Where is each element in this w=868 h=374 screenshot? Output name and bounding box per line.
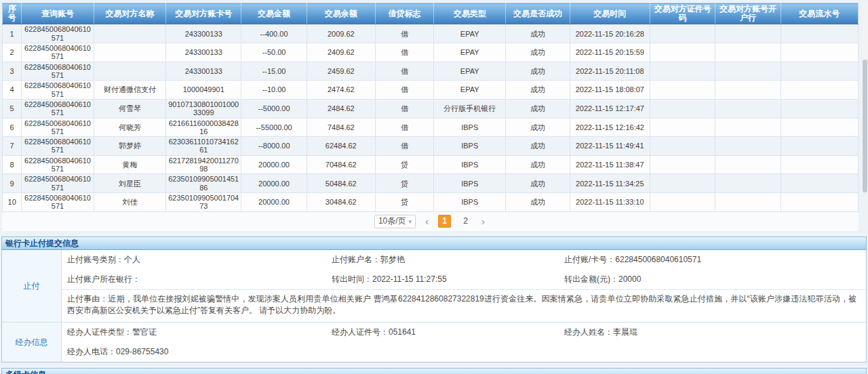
col-header-debit-credit: 借贷标志 bbox=[375, 3, 433, 24]
cell: 6228450068040610571 bbox=[22, 24, 94, 43]
cell bbox=[781, 193, 859, 212]
operator-block: 经办信息 经办人证件类型：警官证 经办人证件号：051641 经办人姓名：李晨琨… bbox=[2, 322, 866, 362]
section-title-stop-payment: 银行卡止付提交信息 bbox=[1, 236, 867, 250]
cell bbox=[715, 155, 781, 174]
cell bbox=[650, 155, 715, 174]
cell: 6230361101073416261 bbox=[166, 137, 241, 156]
page-button-2[interactable]: 2 bbox=[459, 215, 472, 228]
col-header-time: 交易时间 bbox=[570, 3, 650, 24]
cell: --400.00 bbox=[241, 24, 307, 43]
cell: --50.00 bbox=[241, 43, 307, 62]
field-account-bank: 止付账户所在银行： bbox=[67, 274, 332, 285]
cell: 2022-11-15 12:16:42 bbox=[570, 118, 650, 137]
cell bbox=[781, 137, 859, 156]
cell: 1000049901 bbox=[166, 81, 241, 100]
col-header-amount: 交易金额 bbox=[241, 3, 307, 24]
cell: 6228450068040610571 bbox=[22, 43, 94, 62]
cell bbox=[94, 43, 165, 62]
cell: 3 bbox=[3, 62, 22, 81]
field-operator-id-number: 经办人证件号：051641 bbox=[332, 327, 564, 338]
page-size-select[interactable]: 10条/页 ▾ bbox=[374, 215, 416, 228]
cell: 成功 bbox=[506, 43, 570, 62]
section-title-multi-card: 多级卡信息 bbox=[1, 368, 867, 374]
cell: 借 bbox=[375, 137, 433, 156]
field-transfer-time: 转出时间：2022-11-15 11:27:55 bbox=[332, 274, 564, 285]
transactions-body: 16228450068040610571 243300133 --400.002… bbox=[3, 24, 859, 211]
cell: IBPS bbox=[434, 137, 506, 156]
col-header-counterparty-bank: 交易对方账号开户行 bbox=[715, 3, 781, 24]
cell: 8 bbox=[3, 155, 22, 174]
cell: 70484.62 bbox=[307, 155, 375, 174]
col-header-seq: 序号 bbox=[3, 3, 22, 24]
cell bbox=[650, 24, 715, 43]
prev-page-button[interactable]: ‹ bbox=[424, 215, 430, 227]
field-card-number: 止付账/卡号：6228450068040610571 bbox=[564, 254, 866, 266]
cell: 7 bbox=[3, 137, 22, 156]
cell: 6228450068040610571 bbox=[22, 174, 94, 193]
cell: 6228450068040610571 bbox=[22, 99, 94, 118]
field-account-type: 止付账号类别：个人 bbox=[67, 254, 332, 266]
cell bbox=[781, 24, 859, 43]
cell: 2022-11-15 11:38:47 bbox=[570, 155, 650, 174]
cell: 贷 bbox=[375, 193, 433, 212]
cell: --55000.00 bbox=[241, 118, 307, 137]
cell: 借 bbox=[375, 62, 433, 81]
cell bbox=[650, 99, 715, 118]
cell: 借 bbox=[375, 81, 433, 100]
cell: 成功 bbox=[506, 62, 570, 81]
cell: EPAY bbox=[434, 43, 506, 62]
cell: 6228450068040610571 bbox=[22, 137, 94, 156]
cell bbox=[781, 81, 859, 100]
cell: 6228450068040610571 bbox=[22, 62, 94, 81]
cell: 5 bbox=[3, 99, 22, 118]
multi-card-section: 多级卡信息 序号 级别 止付类型 所属机构 账号 余额 止付结果 录入人 录入单… bbox=[1, 368, 867, 374]
cell bbox=[650, 137, 715, 156]
cell bbox=[650, 62, 715, 81]
cell: 7484.62 bbox=[307, 118, 375, 137]
cell: 分行版手机银行 bbox=[434, 99, 506, 118]
cell: 何雪琴 bbox=[94, 99, 165, 118]
field-account-name: 止付账户名：郭梦艳 bbox=[332, 254, 564, 266]
cell: 1 bbox=[3, 24, 22, 43]
transaction-row: 96228450068040610571 刘星臣6235010990500145… bbox=[3, 174, 859, 193]
col-header-serial: 交易流水号 bbox=[781, 3, 859, 24]
field-row: 止付账户所在银行： 转出时间：2022-11-15 11:27:55 转出金额(… bbox=[62, 270, 866, 289]
cell: 20000.00 bbox=[241, 174, 307, 193]
cell bbox=[781, 118, 859, 137]
cell: 成功 bbox=[506, 24, 570, 43]
cell: 黄梅 bbox=[94, 155, 165, 174]
cell bbox=[94, 62, 165, 81]
transactions-header-row: 序号 查询账号 交易对方名称 交易对方账卡号 交易金额 交易余额 借贷标志 交易… bbox=[3, 3, 859, 24]
cell: 2022-11-15 12:17:47 bbox=[570, 99, 650, 118]
field-row: 止付账号类别：个人 止付账户名：郭梦艳 止付账/卡号：6228450068040… bbox=[62, 250, 866, 270]
cell: --10.00 bbox=[241, 81, 307, 100]
cell: 成功 bbox=[506, 174, 570, 193]
cell: --15.00 bbox=[241, 62, 307, 81]
vertical-scrollbar[interactable] bbox=[862, 1, 868, 192]
cell: 4 bbox=[3, 81, 22, 100]
cell bbox=[650, 118, 715, 137]
cell: 成功 bbox=[506, 118, 570, 137]
cell: EPAY bbox=[434, 62, 506, 81]
stop-payment-section: 银行卡止付提交信息 止付 止付账号类别：个人 止付账户名：郭梦艳 止付账/卡号：… bbox=[1, 236, 867, 363]
cell: 2474.62 bbox=[307, 81, 375, 100]
stop-payment-block: 止付 止付账号类别：个人 止付账户名：郭梦艳 止付账/卡号：6228450068… bbox=[2, 250, 866, 323]
transaction-row: 86228450068040610571 黄梅62172819420011270… bbox=[3, 155, 859, 174]
scrollbar-thumb[interactable] bbox=[863, 60, 867, 192]
cell: 借 bbox=[375, 43, 433, 62]
cell: EPAY bbox=[434, 81, 506, 100]
cell: 2409.62 bbox=[307, 43, 375, 62]
page-button-1[interactable]: 1 bbox=[438, 215, 451, 228]
next-page-button[interactable]: › bbox=[480, 215, 486, 227]
cell: 何晓芳 bbox=[94, 118, 165, 137]
cell: 郭梦婷 bbox=[94, 137, 165, 156]
cell bbox=[715, 62, 781, 81]
cell: 6216611600003842816 bbox=[166, 118, 241, 137]
cell bbox=[781, 43, 859, 62]
cell: 9 bbox=[3, 174, 22, 193]
cell bbox=[715, 43, 781, 62]
page-size-label: 10条/页 bbox=[378, 215, 406, 227]
col-header-success: 交易是否成功 bbox=[506, 3, 570, 24]
cell bbox=[715, 174, 781, 193]
cell: 贷 bbox=[375, 174, 433, 193]
